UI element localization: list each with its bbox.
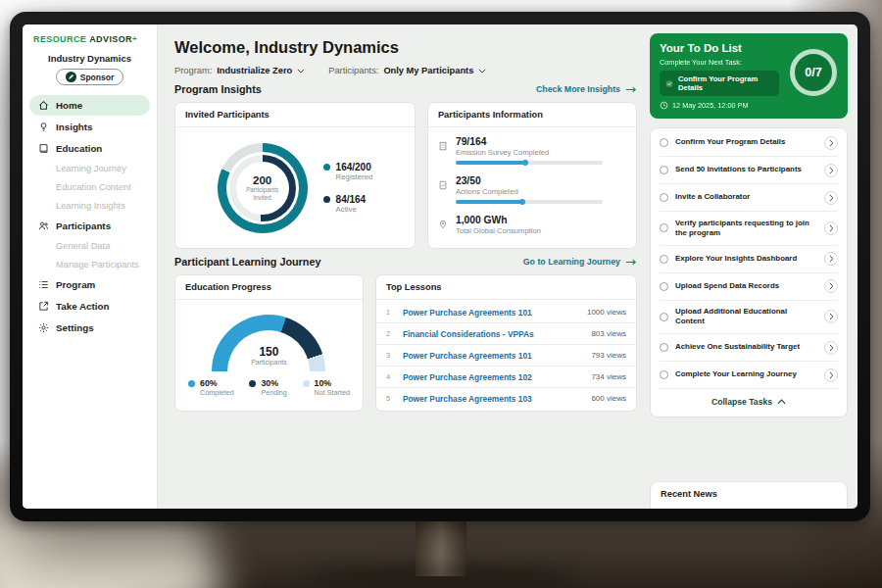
lesson-rank: 4 [386,372,395,381]
legend-value: 164/200 [336,162,373,172]
due-date-text: 12 May 2025, 12:00 PM [672,101,748,110]
go-to-learning-journey-link[interactable]: Go to Learning Journey [523,257,637,267]
emission-survey-progressbar [456,161,603,165]
sidebar-item-education-content[interactable]: Education Content [29,178,150,196]
sidebar-item-settings[interactable]: Settings [29,318,150,338]
task-item[interactable]: Verify participants requesting to join t… [660,212,838,246]
check-more-insights-link[interactable]: Check More Insights [536,84,637,94]
task-checkbox[interactable] [660,138,668,147]
participants-filter-label: Participants: [328,66,378,75]
donut-center-label: 200 Participants Invited [237,163,288,214]
home-icon [37,100,49,111]
sidebar-item-general-data[interactable]: General Data [29,237,150,255]
recent-news-title: Recent News [661,489,717,499]
task-checkbox[interactable] [660,370,668,379]
gauge-value: 150 [185,345,353,359]
chevron-right-icon[interactable] [824,221,838,235]
sidebar-item-learning-insights[interactable]: Learning Insights [29,197,150,215]
sidebar: RESOURCEADVISOR+ Industry Dynamics Spons… [23,24,158,509]
todo-panel: Your To Do List Complete Your Next Task:… [650,24,858,509]
chevron-right-icon[interactable] [824,310,838,323]
task-item[interactable]: Explore Your Insights Dashboard [660,246,838,273]
lesson-link[interactable]: Financial Considerations - VPPAs [403,329,584,339]
program-filter-dropdown[interactable]: Program: Industrialize Zero [174,66,305,75]
sidebar-item-label: Participants [56,220,111,231]
monitor-bezel: RESOURCEADVISOR+ Industry Dynamics Spons… [10,12,870,521]
sidebar-item-insights[interactable]: Insights [29,117,150,137]
lesson-link[interactable]: Power Purchase Agreements 102 [403,372,584,382]
legend-label: Active [336,205,367,214]
lesson-row: 3 Power Purchase Agreements 101 793 view… [376,345,636,367]
chevron-right-icon[interactable] [824,164,838,177]
task-checkbox[interactable] [660,223,668,232]
lesson-rank: 1 [386,308,395,317]
sidebar-item-education[interactable]: Education [29,138,150,159]
legend-label: Not Started [315,388,350,397]
task-item[interactable]: Achieve One Sustainability Target [660,334,838,362]
recent-news-card[interactable]: Recent News [650,481,848,509]
program-insights-header: Program Insights Check More Insights [174,83,637,95]
task-checkbox[interactable] [660,313,668,321]
task-item[interactable]: Complete Your Learning Journey [660,362,838,389]
sidebar-item-home[interactable]: Home [29,95,150,116]
task-checkbox[interactable] [660,343,668,352]
sponsor-label: Sponsor [80,73,114,82]
chevron-right-icon[interactable] [824,279,838,293]
learning-cards-row: Education Progress 150 Participants 60% [174,274,637,412]
task-item[interactable]: Upload Spend Data Records [660,273,838,301]
chevron-down-icon [297,69,305,74]
lesson-rank: 3 [386,351,395,360]
task-item[interactable]: Invite a Collaborator [660,184,838,212]
lesson-link[interactable]: Power Purchase Agreements 103 [403,394,584,404]
sidebar-item-manage-participants[interactable]: Manage Participants [29,256,150,273]
task-checkbox[interactable] [660,255,668,264]
chevron-right-icon[interactable] [824,368,838,382]
sidebar-item-label: Take Action [56,301,109,312]
donut-label: Participants Invited [240,186,285,202]
sidebar-item-learning-journey[interactable]: Learning Journey [29,160,150,177]
chevron-right-icon[interactable] [824,191,838,205]
actions-completed-progressbar [456,200,603,204]
stat-value: 23/50 [456,175,603,186]
next-task-pill[interactable]: Confirm Your Program Details [660,71,779,96]
collapse-tasks-button[interactable]: Collapse Tasks [660,389,838,416]
lesson-link[interactable]: Power Purchase Agreements 101 [403,351,584,361]
legend-item: 30% Pending [249,378,286,397]
sidebar-item-take-action[interactable]: Take Action [29,296,150,317]
legend-label: Completed [200,388,234,397]
section-title: Program Insights [174,83,262,95]
stat-value: 79/164 [456,136,603,147]
logo-resource: RESOURCE [33,34,86,44]
sidebar-item-label: Manage Participants [56,260,139,270]
arrow-right-icon [625,86,637,93]
chevron-right-icon[interactable] [824,252,838,266]
card-title: Participants Information [428,103,636,127]
task-checkbox[interactable] [660,282,668,291]
task-item[interactable]: Confirm Your Program Details [660,129,838,157]
task-label: Achieve One Sustainability Target [675,342,817,352]
sidebar-item-program[interactable]: Program [29,274,150,295]
arrow-out-icon [37,301,49,312]
lesson-link[interactable]: Power Purchase Agreements 101 [403,308,579,318]
chevron-right-icon[interactable] [824,136,838,150]
sidebar-item-participants[interactable]: Participants [29,216,150,236]
task-item[interactable]: Send 50 Invitations to Participants [660,157,838,184]
lightbulb-icon [37,122,49,132]
todo-task-list: Confirm Your Program Details Send 50 Inv… [650,127,848,417]
top-lessons-card: Top Lessons 1 Power Purchase Agreements … [375,274,637,412]
task-checkbox[interactable] [660,166,668,174]
participants-filter-dropdown[interactable]: Participants: Only My Participants [328,66,486,75]
link-label: Check More Insights [536,84,620,94]
card-title: Education Progress [175,275,363,300]
task-label: Verify participants requesting to join t… [675,219,817,239]
task-checkbox[interactable] [660,193,668,202]
gauge-label: Participants [185,359,353,366]
stat-value: 1,000 GWh [456,215,541,225]
dashboard-screen: RESOURCEADVISOR+ Industry Dynamics Spons… [23,24,858,509]
lesson-row: 5 Power Purchase Agreements 103 600 view… [376,388,636,409]
chevron-right-icon[interactable] [824,341,838,355]
task-item[interactable]: Upload Additional Educational Content [660,301,838,335]
sidebar-item-label: Home [56,100,82,111]
sponsor-badge[interactable]: Sponsor [56,69,123,85]
donut-legend: 164/200 Registered 84/164 Active [323,162,373,214]
